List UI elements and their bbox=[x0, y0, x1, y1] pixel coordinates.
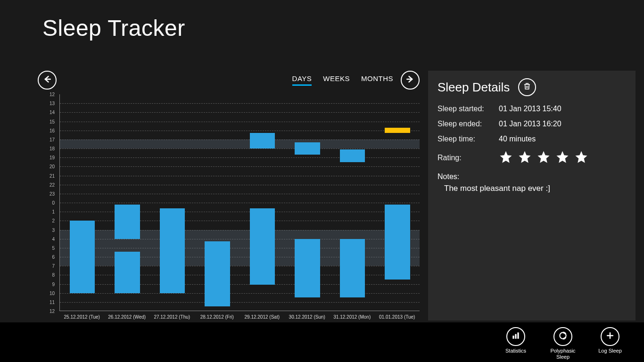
y-tick: 0 bbox=[52, 200, 55, 206]
day-lane bbox=[66, 94, 98, 311]
detail-value: 01 Jan 2013 16:20 bbox=[499, 120, 561, 128]
sleep-chart: 1213141516171819202122230123456789101112… bbox=[38, 94, 420, 321]
sleep-bar[interactable] bbox=[340, 149, 365, 162]
y-tick: 12 bbox=[50, 92, 55, 97]
plot-area bbox=[59, 94, 420, 311]
detail-value: 40 minutes bbox=[499, 135, 536, 143]
detail-label: Sleep started: bbox=[438, 105, 499, 113]
x-tick: 30.12.2012 (Sun) bbox=[285, 314, 330, 320]
statistics-button[interactable]: Statistics bbox=[499, 327, 533, 354]
y-tick: 16 bbox=[50, 128, 55, 133]
svg-rect-3 bbox=[515, 334, 516, 339]
range-tabs: DAYSWEEKSMONTHS bbox=[292, 74, 393, 86]
y-tick: 23 bbox=[50, 191, 55, 196]
detail-label: Sleep ended: bbox=[438, 120, 499, 128]
rating-stars[interactable] bbox=[499, 150, 588, 166]
sleep-bar[interactable] bbox=[385, 205, 410, 280]
day-lane bbox=[337, 94, 368, 311]
polyphasic-button[interactable]: PolyphasicSleep bbox=[546, 327, 580, 360]
detail-row-time: Sleep time: 40 minutes bbox=[438, 135, 626, 143]
sleep-bar[interactable] bbox=[295, 142, 320, 155]
sleep-bar[interactable] bbox=[340, 239, 365, 298]
star-icon[interactable] bbox=[574, 150, 588, 166]
app-title: Sleep Tracker bbox=[42, 15, 185, 41]
sleep-bar-selected[interactable] bbox=[385, 128, 410, 133]
day-lane bbox=[202, 94, 233, 311]
appbar-label: Log Sleep bbox=[598, 348, 622, 354]
x-tick: 26.12.2012 (Wed) bbox=[105, 314, 150, 320]
y-tick: 7 bbox=[52, 263, 55, 269]
detail-row-started: Sleep started: 01 Jan 2013 15:40 bbox=[438, 105, 626, 113]
y-tick: 9 bbox=[52, 281, 55, 287]
day-lane bbox=[292, 94, 323, 311]
bar-chart-icon bbox=[511, 331, 520, 342]
app-bar: Statistics PolyphasicSleep Log Sleep bbox=[0, 322, 644, 362]
y-tick: 17 bbox=[50, 137, 55, 142]
y-tick: 15 bbox=[50, 119, 55, 124]
tab-weeks[interactable]: WEEKS bbox=[323, 74, 350, 86]
notes-text: The most pleasant nap ever :] bbox=[438, 184, 626, 193]
y-tick: 10 bbox=[50, 290, 55, 296]
y-tick: 4 bbox=[52, 236, 55, 241]
y-tick: 22 bbox=[50, 182, 55, 187]
y-tick: 20 bbox=[50, 164, 55, 169]
star-icon[interactable] bbox=[499, 150, 513, 166]
sleep-bar[interactable] bbox=[205, 241, 230, 306]
tab-months[interactable]: MONTHS bbox=[361, 74, 393, 86]
sleep-bar[interactable] bbox=[250, 133, 275, 148]
y-tick: 11 bbox=[50, 299, 55, 304]
x-tick: 31.12.2012 (Mon) bbox=[330, 314, 375, 320]
day-lane bbox=[112, 94, 143, 311]
pie-segment-icon bbox=[558, 331, 568, 342]
y-tick: 19 bbox=[50, 155, 55, 160]
arrow-left-icon bbox=[42, 74, 52, 86]
y-tick: 8 bbox=[52, 272, 55, 278]
y-tick: 3 bbox=[52, 227, 55, 232]
next-button[interactable] bbox=[401, 71, 420, 90]
x-tick: 01.01.2013 (Tue) bbox=[375, 314, 420, 320]
detail-row-ended: Sleep ended: 01 Jan 2013 16:20 bbox=[438, 120, 626, 128]
star-icon[interactable] bbox=[555, 150, 570, 166]
y-tick: 1 bbox=[52, 209, 55, 214]
delete-button[interactable] bbox=[518, 78, 536, 96]
log-sleep-button[interactable]: Log Sleep bbox=[593, 327, 627, 354]
day-lane bbox=[247, 94, 278, 311]
y-tick: 14 bbox=[50, 110, 55, 115]
y-tick: 2 bbox=[52, 218, 55, 223]
sleep-bar[interactable] bbox=[70, 221, 95, 293]
y-tick: 18 bbox=[50, 146, 55, 151]
arrow-right-icon bbox=[405, 74, 415, 86]
day-lane bbox=[382, 94, 413, 311]
sleep-bar[interactable] bbox=[115, 252, 140, 293]
star-icon[interactable] bbox=[537, 150, 551, 166]
x-tick: 28.12.2012 (Fri) bbox=[195, 314, 240, 320]
trash-icon bbox=[523, 82, 531, 92]
details-panel: Sleep Details Sleep started: 01 Jan 2013… bbox=[428, 71, 636, 321]
sleep-bar[interactable] bbox=[160, 208, 185, 293]
sleep-bar[interactable] bbox=[115, 205, 140, 239]
prev-button[interactable] bbox=[38, 71, 57, 90]
x-tick: 29.12.2012 (Sat) bbox=[239, 314, 285, 320]
sleep-bar[interactable] bbox=[295, 239, 320, 298]
y-tick: 21 bbox=[50, 173, 55, 178]
detail-row-rating: Rating: bbox=[438, 150, 626, 166]
plus-icon bbox=[605, 331, 615, 342]
star-icon[interactable] bbox=[518, 150, 532, 166]
day-lane bbox=[157, 94, 188, 311]
chart-toolbar: DAYSWEEKSMONTHS bbox=[38, 71, 420, 90]
svg-rect-2 bbox=[512, 336, 514, 339]
y-tick: 13 bbox=[50, 101, 55, 106]
details-title: Sleep Details bbox=[438, 80, 510, 95]
sleep-bar[interactable] bbox=[250, 208, 275, 285]
appbar-label: PolyphasicSleep bbox=[550, 348, 575, 360]
tab-days[interactable]: DAYS bbox=[292, 74, 312, 86]
detail-label: Sleep time: bbox=[438, 135, 499, 143]
svg-rect-4 bbox=[517, 332, 519, 338]
x-tick: 25.12.2012 (Tue) bbox=[59, 314, 105, 320]
y-axis: 1213141516171819202122230123456789101112 bbox=[38, 94, 58, 311]
detail-label: Rating: bbox=[438, 154, 499, 162]
chart-panel: DAYSWEEKSMONTHS 121314151617181920212223… bbox=[38, 71, 420, 321]
y-tick: 6 bbox=[52, 255, 55, 260]
y-tick: 12 bbox=[50, 309, 55, 314]
notes-label: Notes: bbox=[438, 173, 626, 181]
